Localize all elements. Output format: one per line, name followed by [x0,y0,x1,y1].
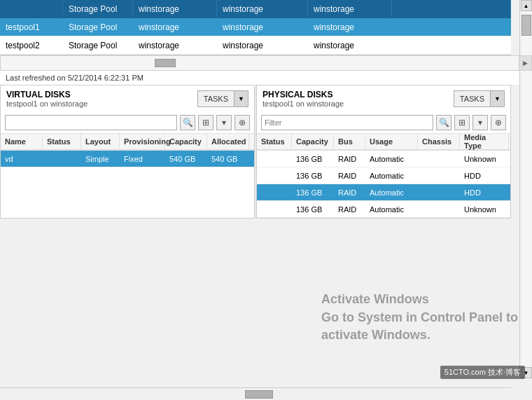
left-tasks-label: TASKS [198,95,234,103]
left-tasks-button[interactable]: TASKS ▼ [197,90,248,107]
top-cell-3: winstorage [217,18,308,36]
right-dropdown-icon[interactable]: ▾ [472,115,488,130]
lp-th-prov: Provisioning [120,134,165,149]
lp-th-status: Status [43,134,81,149]
bottom-panels: VIRTUAL DISKS testpool1 on winstorage TA… [0,85,511,219]
lp-th-alloc: Allocated [207,134,249,149]
rp-cell-5: HDD [460,188,509,197]
top-cell-4: winstorage [308,18,392,36]
rp-cell-5: HDD [460,172,509,180]
header-col-ws3: winstorage [308,0,392,18]
left-table-row[interactable]: vdSimpleFixed540 GB540 GB [1,151,254,167]
top-cell-2: winstorage [133,36,217,54]
rp-cell-3: Automatic [365,155,418,163]
left-panel: VIRTUAL DISKS testpool1 on winstorage TA… [0,85,255,219]
rp-cell-3: Automatic [365,172,418,180]
top-cell-3: winstorage [217,36,308,54]
right-table-row[interactable]: 136 GBRAIDAutomaticUnknown [257,201,510,218]
right-tasks-label: TASKS [454,95,490,103]
right-table-header: Status Capacity Bus Usage Chassis Media … [257,134,510,151]
top-table-header: Storage Pool winstorage winstorage winst… [0,0,511,18]
rp-th-bus: Bus [334,134,365,149]
watermark-line1: Activate Windows [321,291,518,308]
h-scroll-thumb[interactable] [155,59,176,67]
left-data-table: Name Status Layout Provisioning Capacity… [1,134,254,218]
rp-cell-3: Automatic [365,188,418,197]
left-panel-header: VIRTUAL DISKS testpool1 on winstorage TA… [1,85,254,112]
left-grid-icon[interactable]: ⊞ [198,115,214,130]
right-filter-row: 🔍 ⊞ ▾ ⊕ [257,112,510,134]
left-table-rows: vdSimpleFixed540 GB540 GB [1,151,254,167]
top-table-row[interactable]: testpool2Storage Poolwinstoragewinstorag… [0,36,511,55]
rp-cell-5: Unknown [460,155,509,163]
scroll-up-btn[interactable]: ▲ [521,0,532,11]
right-tasks-arrow-icon: ▼ [490,91,504,106]
rp-th-cap: Capacity [292,134,334,149]
watermark-line3: activate Windows. [321,326,518,344]
left-panel-title-area: VIRTUAL DISKS testpool1 on winstorage [6,90,88,108]
rp-cell-5: Unknown [460,205,509,214]
left-tasks-arrow-icon: ▼ [234,91,248,106]
watermark-line2: Go to System in Control Panel to [321,309,518,326]
top-cell-1: Storage Pool [63,36,133,54]
left-filter-input[interactable] [5,115,177,130]
refreshed-label: Last refreshed on 5/21/2014 6:22:31 PM [0,71,532,85]
lp-cell-5: 540 GB [207,155,249,163]
rp-cell-2: RAID [334,172,365,180]
left-expand-icon[interactable]: ⊕ [234,115,250,130]
right-panel-title: PHYSICAL DISKS [262,90,344,99]
lp-th-cap: Capacity [165,134,207,149]
lp-cell-2: Simple [81,155,120,163]
rp-cell-1: 136 GB [292,155,334,163]
rp-cell-3: Automatic [365,205,418,214]
right-filter-input[interactable] [261,115,433,130]
right-table-row[interactable]: 136 GBRAIDAutomaticHDD [257,184,510,201]
right-table-rows: 136 GBRAIDAutomaticUnknown136 GBRAIDAuto… [257,151,510,218]
rp-th-chassis: Chassis [418,134,460,149]
bottom-scroll-thumb[interactable] [245,390,273,399]
right-panel-subtitle: testpool1 on winstorage [262,99,344,108]
header-col-ws1: winstorage [133,0,217,18]
top-cell-fill [392,18,511,36]
right-grid-icon[interactable]: ⊞ [454,115,470,130]
scroll-handle[interactable] [522,15,531,36]
rp-cell-2: RAID [334,205,365,214]
rp-cell-1: 136 GB [292,188,334,197]
top-table-row[interactable]: testpool1Storage Poolwinstoragewinstorag… [0,18,511,36]
left-table-header: Name Status Layout Provisioning Capacity… [1,134,254,151]
right-panel-header: PHYSICAL DISKS testpool1 on winstorage T… [257,85,510,112]
top-table-area: Storage Pool winstorage winstorage winst… [0,0,511,55]
top-table-rows: testpool1Storage Poolwinstoragewinstorag… [0,18,511,55]
rp-th-media: Media Type [460,134,509,149]
51cto-badge: 51CTO.com 技术·博客 [440,366,525,379]
top-cell-4: winstorage [308,36,392,54]
lp-cell-0: vd [1,155,43,163]
left-search-icon[interactable]: 🔍 [180,115,195,130]
right-panel: PHYSICAL DISKS testpool1 on winstorage T… [256,85,511,219]
header-col-type: Storage Pool [63,0,133,18]
top-cell-2: winstorage [133,18,217,36]
rp-th-usage: Usage [365,134,418,149]
lp-th-name: Name [1,134,43,149]
right-table-row[interactable]: 136 GBRAIDAutomaticUnknown [257,151,510,167]
right-expand-icon[interactable]: ⊕ [491,115,506,130]
bottom-scrollbar[interactable] [0,387,511,400]
right-search-icon[interactable]: 🔍 [436,115,451,130]
right-table-row[interactable]: 136 GBRAIDAutomaticHDD [257,167,510,184]
h-scroll-arrow-right[interactable]: ▶ [519,56,531,70]
main-window: ▲ ▼ Storage Pool winstorage winstorage w… [0,0,532,400]
left-filter-row: 🔍 ⊞ ▾ ⊕ [1,112,254,134]
rp-th-status: Status [257,134,292,149]
rp-cell-1: 136 GB [292,172,334,180]
top-cell-1: Storage Pool [63,18,133,36]
horizontal-scrollbar[interactable]: ▶ [0,55,532,71]
right-tasks-button[interactable]: TASKS ▼ [454,90,505,107]
left-dropdown-icon[interactable]: ▾ [216,115,232,130]
lp-cell-4: 540 GB [165,155,207,163]
top-cell-0: testpool2 [0,36,63,54]
top-cell-0: testpool1 [0,18,63,36]
header-col-fill [392,0,511,18]
left-panel-subtitle: testpool1 on winstorage [6,99,88,108]
left-panel-title: VIRTUAL DISKS [6,90,88,99]
right-panel-title-area: PHYSICAL DISKS testpool1 on winstorage [262,90,344,108]
